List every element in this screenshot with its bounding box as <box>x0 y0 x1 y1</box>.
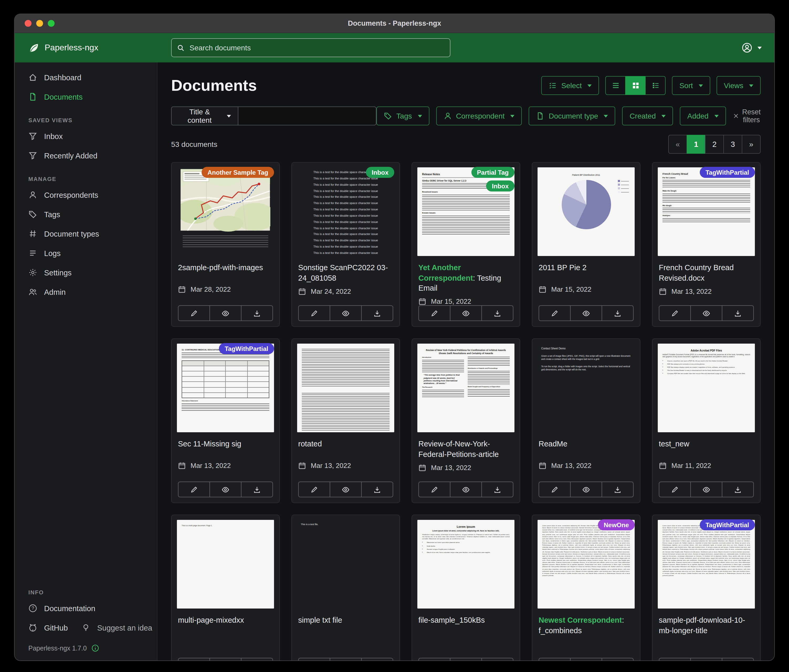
download-document-button[interactable] <box>361 305 393 321</box>
sidebar-item-suggest-idea[interactable]: Suggest an idea <box>73 618 158 637</box>
document-type-filter-button[interactable]: Document type <box>529 107 615 125</box>
edit-document-button[interactable] <box>538 305 571 321</box>
tags-filter-button[interactable]: Tags <box>376 107 429 125</box>
document-correspondent[interactable]: Newest Correspondent <box>538 616 622 624</box>
download-document-button[interactable] <box>481 658 513 661</box>
document-thumbnail[interactable]: Contact Sheet DemoGiven a set of image f… <box>532 339 640 434</box>
search-input[interactable] <box>190 43 445 52</box>
pagination-prev-button[interactable]: « <box>668 135 687 154</box>
document-card[interactable]: Review of New York Federal Petitions for… <box>412 338 520 503</box>
tag-pill[interactable]: Another Sample Tag <box>201 167 274 178</box>
views-button[interactable]: Views <box>717 76 761 95</box>
document-thumbnail[interactable]: This is a test file. <box>292 515 399 611</box>
document-title-link[interactable]: sample-pdf-download-10-mb-longer-title <box>653 611 760 636</box>
preview-document-button[interactable] <box>690 482 722 497</box>
document-correspondent[interactable]: Yet Another Correspondent <box>418 263 473 282</box>
document-thumbnail[interactable]: Adobe Acrobat PDF FilesAdobe® Portable D… <box>653 339 760 434</box>
document-card[interactable]: Patient BP Distribution 20112011 BP Pie … <box>532 162 640 327</box>
edit-document-button[interactable] <box>298 658 330 661</box>
preview-document-button[interactable] <box>330 658 362 661</box>
preview-document-button[interactable] <box>570 658 602 661</box>
download-document-button[interactable] <box>481 305 513 321</box>
sidebar-item-tags[interactable]: Tags <box>15 205 157 224</box>
document-title-link[interactable]: multi-page-mixedxx <box>172 611 279 634</box>
sidebar-item-documentation[interactable]: ? Documentation <box>15 599 157 618</box>
download-document-button[interactable] <box>722 658 754 661</box>
document-title-link[interactable]: 2011 BP Pie 2 <box>532 258 640 281</box>
preview-document-button[interactable] <box>330 305 362 321</box>
document-card[interactable]: Another Sample Tag2sample-pdf-with-image… <box>171 162 280 327</box>
title-content-dropdown[interactable]: Title & content <box>171 107 239 125</box>
document-title-link[interactable]: Sec 11-Missing sig <box>172 434 279 457</box>
document-title-link[interactable]: 2sample-pdf-with-images <box>172 258 279 281</box>
preview-document-button[interactable] <box>450 482 482 497</box>
document-thumbnail[interactable]: Lorem ipsumLorem ipsum dolor sit amet, c… <box>412 515 520 611</box>
pagination-page-3[interactable]: 3 <box>724 135 742 154</box>
tag-pill[interactable]: Inbox <box>486 180 514 191</box>
document-title-link[interactable]: test_new <box>653 434 760 457</box>
document-title-link[interactable]: ReadMe <box>532 434 640 457</box>
document-card[interactable]: Release NotesSimba ODBC Driver for SQL S… <box>412 162 520 327</box>
download-document-button[interactable] <box>722 305 754 321</box>
download-document-button[interactable] <box>241 482 273 497</box>
edit-document-button[interactable] <box>418 305 450 321</box>
tag-pill[interactable]: TagWithPartial <box>700 519 755 530</box>
added-filter-button[interactable]: Added <box>680 107 726 125</box>
document-card[interactable]: This is a test for the double space char… <box>291 162 400 327</box>
edit-document-button[interactable] <box>298 305 330 321</box>
sidebar-item-documents[interactable]: Documents <box>15 87 157 107</box>
document-card[interactable]: 11. CONTINUING MEDICAL EDUCATIONAttestat… <box>171 338 280 503</box>
list-view-button[interactable] <box>605 76 626 95</box>
document-title-link[interactable]: Yet Another Correspondent: Testing Email <box>412 258 520 293</box>
tag-pill[interactable]: TagWithPartial <box>219 343 274 354</box>
document-card[interactable]: Lorem ipsumLorem ipsum dolor sit amet, c… <box>412 514 520 661</box>
download-document-button[interactable] <box>481 482 513 497</box>
sidebar-item-inbox[interactable]: Inbox <box>15 126 157 146</box>
edit-document-button[interactable] <box>298 482 330 497</box>
document-card[interactable]: This is a test file.simple txt file <box>291 514 400 661</box>
document-title-link[interactable]: Newest Correspondent: f_combineds <box>532 611 640 636</box>
edit-document-button[interactable] <box>178 482 210 497</box>
tag-pill[interactable]: TagWithPartial <box>700 167 755 178</box>
grid-view-button[interactable] <box>625 76 646 95</box>
sidebar-item-correspondents[interactable]: Correspondents <box>15 185 157 205</box>
created-filter-button[interactable]: Created <box>622 107 673 125</box>
search-box[interactable] <box>171 38 450 57</box>
sidebar-item-github[interactable]: GitHub <box>15 618 73 637</box>
document-card[interactable]: rotatedMar 13, 2022 <box>291 338 400 503</box>
pagination-next-button[interactable]: » <box>742 135 761 154</box>
download-document-button[interactable] <box>241 658 273 661</box>
edit-document-button[interactable] <box>659 305 691 321</box>
download-document-button[interactable] <box>361 482 393 497</box>
document-title-link[interactable]: Review-of-New-York-Federal-Petitions-art… <box>412 434 520 460</box>
document-thumbnail[interactable]: Patient BP Distribution 2011 <box>532 162 640 258</box>
preview-document-button[interactable] <box>570 482 602 497</box>
preview-document-button[interactable] <box>450 305 482 321</box>
download-document-button[interactable] <box>602 658 634 661</box>
pagination-page-2[interactable]: 2 <box>705 135 724 154</box>
download-document-button[interactable] <box>602 305 634 321</box>
edit-document-button[interactable] <box>178 305 210 321</box>
edit-document-button[interactable] <box>418 658 450 661</box>
preview-document-button[interactable] <box>690 305 722 321</box>
document-title-link[interactable]: French Country Bread Revised.docx <box>653 258 760 283</box>
document-title-link[interactable]: rotated <box>292 434 399 457</box>
document-card[interactable]: Adobe Acrobat PDF FilesAdobe® Portable D… <box>652 338 761 503</box>
document-card[interactable]: Lorem ipsum dolor sit amet, consectetur … <box>532 514 640 661</box>
user-menu[interactable] <box>742 43 762 53</box>
sidebar-item-settings[interactable]: Settings <box>15 263 157 282</box>
select-button[interactable]: Select <box>541 76 599 95</box>
document-title-link[interactable]: simple txt file <box>292 611 399 634</box>
sidebar-item-recently-added[interactable]: Recently Added <box>15 146 157 165</box>
sidebar-item-dashboard[interactable]: Dashboard <box>15 68 157 87</box>
preview-document-button[interactable] <box>209 482 241 497</box>
document-thumbnail[interactable]: Review of New York Federal Petitions for… <box>412 339 520 434</box>
app-logo[interactable]: Paperless-ngx <box>15 42 98 53</box>
preview-document-button[interactable] <box>330 482 362 497</box>
correspondent-filter-button[interactable]: Correspondent <box>436 107 522 125</box>
document-card[interactable]: This is a multi page document. Page 1.mu… <box>171 514 280 661</box>
document-card[interactable]: French Country BreadFor the Leaven:Make … <box>652 162 761 327</box>
document-thumbnail[interactable]: This is a multi page document. Page 1. <box>172 515 279 611</box>
sidebar-item-document-types[interactable]: Document types <box>15 224 157 244</box>
edit-document-button[interactable] <box>659 658 691 661</box>
